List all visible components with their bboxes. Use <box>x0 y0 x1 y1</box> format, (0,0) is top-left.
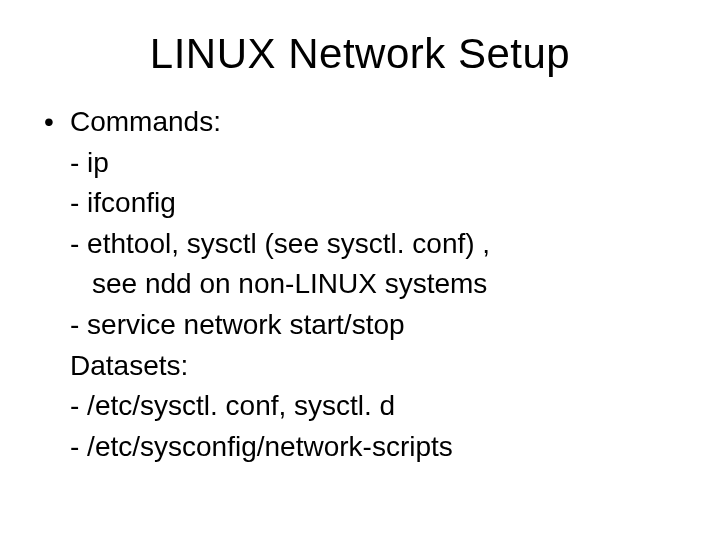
body-line: - service network start/stop <box>40 305 680 346</box>
bullet-item: • Commands: <box>40 102 680 143</box>
slide-body: • Commands: - ip - ifconfig - ethtool, s… <box>40 102 680 467</box>
body-line: - /etc/sysctl. conf, sysctl. d <box>40 386 680 427</box>
body-line: - /etc/sysconfig/network-scripts <box>40 427 680 468</box>
body-line: - ip <box>40 143 680 184</box>
body-line: see ndd on non-LINUX systems <box>40 264 680 305</box>
body-line: - ethtool, sysctl (see sysctl. conf) , <box>40 224 680 265</box>
bullet-marker: • <box>40 102 70 143</box>
slide-title: LINUX Network Setup <box>40 30 680 78</box>
body-line: Datasets: <box>40 346 680 387</box>
bullet-label: Commands: <box>70 102 680 143</box>
body-line: - ifconfig <box>40 183 680 224</box>
